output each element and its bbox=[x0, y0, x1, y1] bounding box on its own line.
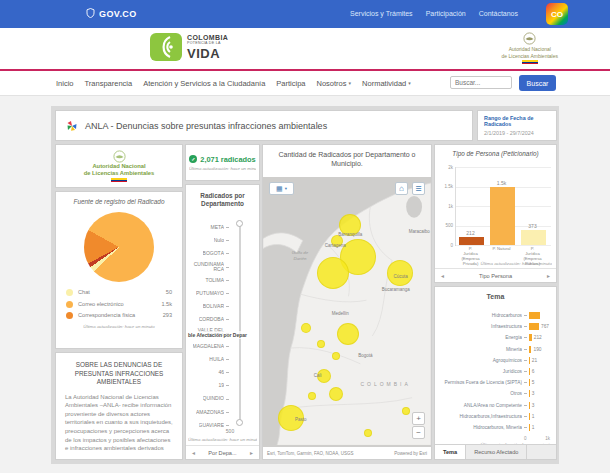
map-bubble[interactable] bbox=[337, 323, 359, 345]
map-bubble[interactable] bbox=[301, 323, 311, 333]
slider-handle-bottom[interactable] bbox=[236, 419, 243, 426]
legend-dot bbox=[66, 301, 73, 308]
dept-category-label: HUILA bbox=[191, 353, 229, 366]
gulf-label: Golfo de Darién bbox=[289, 250, 311, 261]
axis-tick bbox=[226, 280, 229, 281]
dept-category-text: PUTUMAYO bbox=[196, 291, 224, 296]
x-category-label: P. Natural bbox=[486, 247, 517, 252]
nav-item-participa[interactable]: Participa bbox=[276, 79, 305, 88]
gov-link[interactable]: Participación bbox=[426, 10, 466, 17]
map-bubble[interactable] bbox=[332, 352, 340, 360]
tema-bar[interactable] bbox=[529, 323, 539, 330]
bar-value-label: 3 bbox=[532, 403, 535, 408]
date-range-card[interactable]: Rango de Fecha de Radicados 2/1/2019 - 2… bbox=[477, 110, 557, 141]
next-page-icon[interactable]: ► bbox=[249, 450, 254, 456]
persona-bar[interactable] bbox=[490, 187, 515, 246]
prev-page-icon[interactable]: ◄ bbox=[440, 273, 445, 279]
bar-value-label: 1 bbox=[532, 414, 535, 419]
tema-row: Hidrocarburos bbox=[438, 310, 553, 321]
tema-bar[interactable] bbox=[529, 413, 530, 420]
date-range-value: 2/1/2019 - 29/7/2024 bbox=[484, 130, 550, 136]
nav-items: InicioTransparenciaAtención y Servicios … bbox=[56, 71, 411, 95]
persona-bar[interactable] bbox=[459, 237, 484, 245]
bar-value-label: 3 bbox=[532, 391, 535, 396]
legend-value: 293 bbox=[163, 312, 172, 318]
co-logo[interactable]: CO bbox=[546, 3, 568, 25]
nav-item-transparencia[interactable]: Transparencia bbox=[85, 79, 133, 88]
tema-category-label: Agroquímicos bbox=[438, 358, 522, 363]
axis-tick bbox=[524, 349, 527, 350]
map-bubble[interactable] bbox=[317, 257, 349, 289]
dept-category-text: MAGDALENA bbox=[193, 344, 224, 349]
map-bubble[interactable] bbox=[402, 407, 410, 415]
tema-bar[interactable] bbox=[529, 357, 530, 364]
anla-header-logo[interactable]: Autoridad Nacional de Licencias Ambienta… bbox=[502, 32, 558, 64]
dept-category-text: BOGOTÁ bbox=[203, 251, 224, 256]
search-button[interactable]: Buscar bbox=[519, 75, 556, 91]
dept-category-text: CÓRDOBA bbox=[199, 317, 224, 322]
map-canvas[interactable]: BarranquillaCartagenaMaracaiboCúcutaBuca… bbox=[263, 177, 431, 447]
tema-row: Energía212 bbox=[438, 332, 553, 343]
tema-row: Hidrocarburos, Minería1 bbox=[438, 422, 553, 433]
source-pie-panel: Fuente de registro del Radicado Chat50Co… bbox=[55, 191, 183, 349]
persona-bar[interactable] bbox=[521, 230, 546, 245]
nav-item-normatividad[interactable]: Normatividad▾ bbox=[362, 79, 411, 88]
legend-label: Chat bbox=[78, 289, 163, 296]
tema-bar[interactable] bbox=[529, 346, 531, 353]
zoom-out-button[interactable]: − bbox=[412, 426, 425, 439]
tema-row: Otros3 bbox=[438, 388, 553, 399]
gov-brand[interactable]: GOV.CO bbox=[86, 8, 137, 20]
tema-bar[interactable] bbox=[529, 368, 530, 375]
tema-bar[interactable] bbox=[529, 424, 530, 431]
dept-category-axis: METANuloBOGOTÁCUNDINAMARCATOLIMAPUTUMAYO… bbox=[191, 221, 229, 432]
axis-tick bbox=[226, 267, 229, 268]
tema-bar[interactable] bbox=[529, 334, 532, 341]
axis-tick bbox=[524, 427, 527, 428]
map-bubble[interactable] bbox=[329, 387, 343, 401]
map-title: Cantidad de Radicados por Departamento o… bbox=[263, 150, 431, 168]
legend-value: 50 bbox=[166, 289, 172, 295]
search-input[interactable] bbox=[450, 76, 512, 89]
basemap-selector-button[interactable]: ▦ ▾ bbox=[269, 182, 294, 195]
gov-link[interactable]: Contáctanos bbox=[479, 10, 518, 17]
axis-tick bbox=[226, 240, 229, 241]
tema-bar[interactable] bbox=[529, 312, 540, 319]
map-legend-button[interactable]: ☰ bbox=[412, 182, 425, 195]
gov-brand-label: GOV.CO bbox=[99, 9, 137, 19]
dept-scroll-slider[interactable] bbox=[239, 223, 241, 423]
map-bubble[interactable] bbox=[317, 340, 325, 348]
map-attribution: Esri, TomTom, Garmin, FAO, NOAA, USGS Po… bbox=[263, 447, 431, 459]
next-page-icon[interactable]: ► bbox=[546, 273, 551, 279]
tema-bar[interactable] bbox=[529, 390, 530, 397]
slider-handle-top[interactable] bbox=[236, 220, 243, 227]
bar-value-label: 190 bbox=[533, 347, 541, 352]
tema-category-label: ANLA/Área no Competente bbox=[438, 403, 522, 408]
y-tick-label: 0 bbox=[437, 243, 453, 248]
colombia-vida-logo[interactable]: COLOMBIA POTENCIA DE LA VIDA bbox=[150, 33, 228, 61]
map-bubble[interactable] bbox=[364, 429, 372, 437]
map-bubble[interactable] bbox=[308, 392, 316, 400]
axis-tick bbox=[524, 405, 527, 406]
map-home-button[interactable]: ⌂ bbox=[395, 182, 408, 195]
pie-title: Fuente de registro del Radicado bbox=[56, 198, 182, 205]
nav-item-inicio[interactable]: Inicio bbox=[56, 79, 74, 88]
vida-line3: VIDA bbox=[187, 47, 228, 60]
radicados-count: 2,071 radicados bbox=[200, 155, 255, 164]
radicados-count-card: ✓ 2,071 radicados Última actualización: … bbox=[185, 144, 260, 181]
nav-item-atención[interactable]: Atención y Servicios a la Ciudadanía bbox=[143, 79, 265, 88]
axis-tick bbox=[524, 371, 527, 372]
tema-x-axis: 01k bbox=[524, 436, 550, 441]
dashboard-title-card: ANLA - Denuncias sobre presuntas infracc… bbox=[55, 110, 473, 141]
zoom-in-button[interactable]: + bbox=[412, 412, 425, 425]
tab-recurso-afectado[interactable]: Recurso Afectado bbox=[466, 445, 527, 459]
map-panel: Cantidad de Radicados por Departamento o… bbox=[262, 144, 432, 460]
tab-tema[interactable]: Tema bbox=[435, 445, 466, 459]
pie-chart[interactable] bbox=[84, 212, 154, 282]
prev-page-icon[interactable]: ◄ bbox=[191, 450, 196, 456]
gov-link[interactable]: Servicios y Trámites bbox=[350, 10, 413, 17]
dept-category-label: META bbox=[191, 221, 229, 234]
dept-category-text: AMAZONAS bbox=[196, 410, 224, 415]
nav-item-nosotros[interactable]: Nosotros▾ bbox=[317, 79, 352, 88]
tema-bar[interactable] bbox=[529, 379, 530, 386]
tema-bar[interactable] bbox=[529, 402, 530, 409]
